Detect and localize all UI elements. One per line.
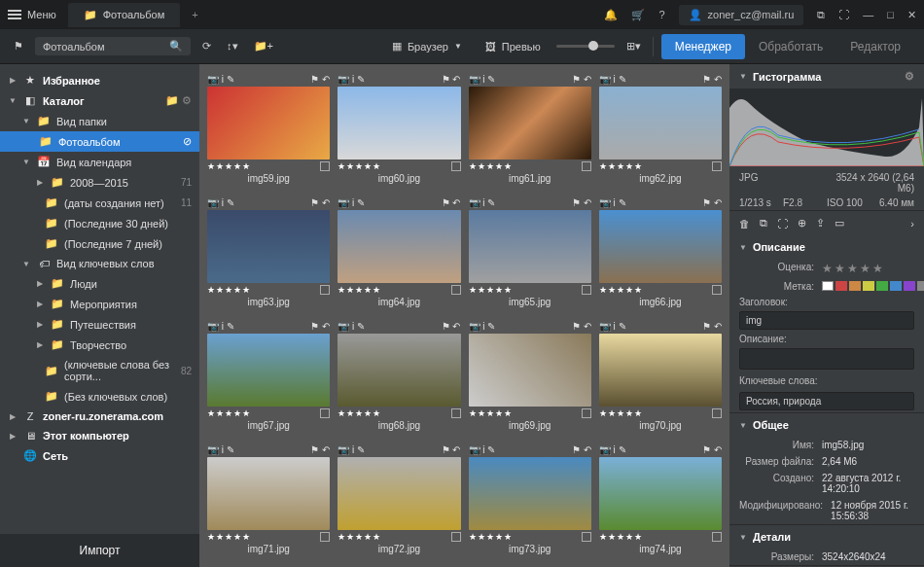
thumb-color-label[interactable] xyxy=(451,285,461,295)
window-tab[interactable]: 📁 Фотоальбом xyxy=(68,3,181,27)
sidebar-catalog[interactable]: ▼◧Каталог📁 ⚙ xyxy=(0,90,199,111)
search-icon[interactable]: 🔍 xyxy=(169,40,183,53)
tab-manager[interactable]: Менеджер xyxy=(661,34,745,59)
tab-editor[interactable]: Редактор xyxy=(836,34,914,59)
thumbnail-item[interactable]: 📷 i ✎⚑ ↶ ★★★★★ img66.jpg xyxy=(599,195,722,311)
thumbnail-item[interactable]: 📷 i ✎⚑ ↶ ★★★★★ img67.jpg xyxy=(207,319,330,435)
path-input[interactable] xyxy=(43,41,163,53)
thumb-color-label[interactable] xyxy=(712,285,722,295)
help-icon[interactable]: ? xyxy=(658,9,664,20)
thumb-color-label[interactable] xyxy=(320,532,330,542)
sort-icon[interactable]: ↕▾ xyxy=(223,40,242,53)
thumb-color-label[interactable] xyxy=(582,408,591,418)
thumb-color-label[interactable] xyxy=(451,532,461,542)
more-icon[interactable]: ▭ xyxy=(835,217,844,230)
sidebar-cal-7days[interactable]: 📁(Последние 7 дней) xyxy=(0,233,199,254)
new-tab-button[interactable]: + xyxy=(192,9,197,20)
sidebar-kw-events[interactable]: ▶📁Мероприятия xyxy=(0,294,199,314)
bell-icon[interactable]: 🔔 xyxy=(604,9,618,21)
import-button[interactable]: Импорт xyxy=(0,534,199,567)
sidebar-kw-art[interactable]: ▶📁Творчество xyxy=(0,335,199,355)
thumb-rating[interactable]: ★★★★★ xyxy=(338,408,381,418)
expand-icon[interactable]: ⛶ xyxy=(777,218,788,230)
share-icon[interactable]: ⇪ xyxy=(816,217,825,230)
sidebar-kw-travel[interactable]: ▶📁Путешествия xyxy=(0,314,199,335)
zoom-in-icon[interactable]: ⊕ xyxy=(798,217,806,230)
thumb-rating[interactable]: ★★★★★ xyxy=(599,285,643,295)
close-icon[interactable]: ✕ xyxy=(907,9,916,21)
thumbnail-item[interactable]: 📷 i ✎⚑ ↶ ★★★★★ img70.jpg xyxy=(599,319,722,435)
thumb-color-label[interactable] xyxy=(712,161,722,171)
thumb-rating[interactable]: ★★★★★ xyxy=(599,532,643,542)
sidebar-cal-30days[interactable]: 📁(Последние 30 дней) xyxy=(0,213,199,233)
add-folder-icon[interactable]: 📁 ⚙ xyxy=(165,94,192,107)
thumbnail-item[interactable]: 📷 i ✎⚑ ↶ ★★★★★ img73.jpg xyxy=(469,443,591,558)
preview-mode-button[interactable]: 🖼 Превью xyxy=(478,37,549,56)
sidebar-photoalbum[interactable]: 📁Фотоальбом⊘ xyxy=(0,131,199,152)
thumbnail-item[interactable]: 📷 i ✎⚑ ↶ ★★★★★ img62.jpg xyxy=(599,72,722,188)
new-folder-icon[interactable]: 📁+ xyxy=(250,40,277,53)
user-account-button[interactable]: 👤 zoner_cz@mail.ru xyxy=(679,5,804,25)
rating-stars[interactable]: ★★★★★ xyxy=(822,262,885,275)
thumb-color-label[interactable] xyxy=(320,161,330,171)
thumbnail-item[interactable]: 📷 i ✎⚑ ↶ ★★★★★ img61.jpg xyxy=(469,72,591,188)
thumb-rating[interactable]: ★★★★★ xyxy=(469,532,513,542)
tab-process[interactable]: Обработать xyxy=(745,34,836,59)
thumb-rating[interactable]: ★★★★★ xyxy=(599,408,643,418)
thumb-rating[interactable]: ★★★★★ xyxy=(338,161,381,171)
thumb-color-label[interactable] xyxy=(320,285,330,295)
thumbnail-item[interactable]: 📷 i ✎⚑ ↶ ★★★★★ img59.jpg xyxy=(207,72,330,188)
thumb-rating[interactable]: ★★★★★ xyxy=(207,532,251,542)
minimize-icon[interactable]: — xyxy=(863,9,873,20)
sidebar-kw-unsorted[interactable]: 📁(ключевые слова без сорти...82 xyxy=(0,355,199,386)
thumb-color-label[interactable] xyxy=(712,408,722,418)
keywords-input[interactable]: Россия, природа xyxy=(739,392,914,410)
thumb-rating[interactable]: ★★★★★ xyxy=(469,161,513,171)
general-header[interactable]: ▼Общее xyxy=(729,413,924,437)
thumb-color-label[interactable] xyxy=(712,532,722,542)
thumbnail-item[interactable]: 📷 i ✎⚑ ↶ ★★★★★ img65.jpg xyxy=(469,195,591,311)
details-header[interactable]: ▼Детали xyxy=(729,525,924,549)
thumb-rating[interactable]: ★★★★★ xyxy=(207,285,251,295)
thumb-color-label[interactable] xyxy=(582,285,591,295)
flag-icon[interactable]: ⚑ xyxy=(10,40,27,53)
trash-icon[interactable]: 🗑 xyxy=(739,218,750,230)
color-label-picker[interactable] xyxy=(822,281,924,292)
thumbnail-item[interactable]: 📷 i ✎⚑ ↶ ★★★★★ img69.jpg xyxy=(469,319,591,435)
thumb-color-label[interactable] xyxy=(582,161,591,171)
sidebar-computer[interactable]: ▶🖥Этот компьютер xyxy=(0,426,199,445)
thumb-rating[interactable]: ★★★★★ xyxy=(469,408,513,418)
cart-icon[interactable]: 🛒 xyxy=(631,9,645,21)
copy-icon[interactable]: ⧉ xyxy=(760,217,767,230)
description-input[interactable] xyxy=(739,348,914,370)
sidebar-cal-range[interactable]: ▶📁2008—201571 xyxy=(0,172,199,193)
description-header[interactable]: ▼Описание xyxy=(729,235,924,259)
thumb-rating[interactable]: ★★★★★ xyxy=(469,285,513,295)
thumbnail-item[interactable]: 📷 i ✎⚑ ↶ ★★★★★ img72.jpg xyxy=(338,443,460,558)
sidebar-network[interactable]: 🌐Сеть xyxy=(0,445,199,466)
thumb-color-label[interactable] xyxy=(320,408,330,418)
thumbnail-item[interactable]: 📷 i ✎⚑ ↶ ★★★★★ img68.jpg xyxy=(338,319,460,435)
thumb-rating[interactable]: ★★★★★ xyxy=(338,285,381,295)
zoom-slider[interactable] xyxy=(556,45,615,48)
thumbnail-item[interactable]: 📷 i ✎⚑ ↶ ★★★★★ img64.jpg xyxy=(338,195,460,311)
thumb-color-label[interactable] xyxy=(451,408,461,418)
sidebar-keywords-view[interactable]: ▼🏷Вид ключевых слов xyxy=(0,254,199,273)
maximize-icon[interactable]: □ xyxy=(887,9,894,20)
sidebar-cal-nodate[interactable]: 📁(даты создания нет)11 xyxy=(0,193,199,213)
thumb-color-label[interactable] xyxy=(582,532,591,542)
zoom-thumb[interactable] xyxy=(588,41,598,51)
chevron-right-icon[interactable]: › xyxy=(910,218,914,230)
thumb-rating[interactable]: ★★★★★ xyxy=(599,161,643,171)
browser-mode-button[interactable]: ▦ Браузер ▼ xyxy=(384,36,470,56)
thumb-rating[interactable]: ★★★★★ xyxy=(338,532,381,542)
sidebar-folder-view[interactable]: ▼📁Вид папки xyxy=(0,111,199,131)
thumb-rating[interactable]: ★★★★★ xyxy=(207,408,251,418)
title-input[interactable]: img xyxy=(739,311,914,330)
thumbnail-item[interactable]: 📷 i ✎⚑ ↶ ★★★★★ img74.jpg xyxy=(599,443,722,558)
sidebar-favorites[interactable]: ▶★Избранное xyxy=(0,70,199,90)
fullscreen-icon[interactable]: ⛶ xyxy=(838,9,849,20)
thumbnails-icon[interactable]: ⊞▾ xyxy=(622,40,645,53)
remove-icon[interactable]: ⊘ xyxy=(183,135,192,148)
thumbnail-item[interactable]: 📷 i ✎⚑ ↶ ★★★★★ img71.jpg xyxy=(207,443,330,558)
